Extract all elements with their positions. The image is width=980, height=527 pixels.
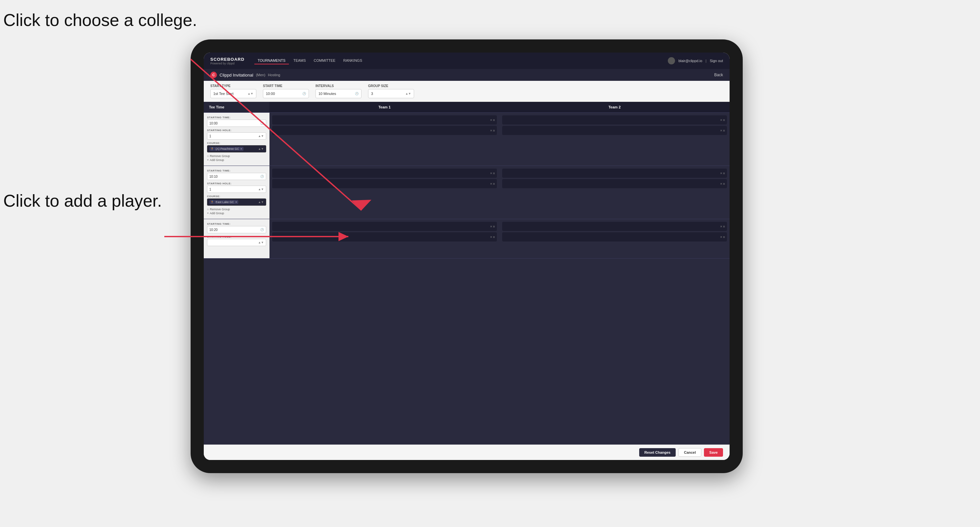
player-close-icon-2-1[interactable]: × ≡ — [490, 171, 495, 175]
annotation-text-1: Click to choose a college. — [3, 11, 197, 30]
player-close-icon-1-2[interactable]: × ≡ — [490, 129, 495, 132]
group-2-starting-time-field: STARTING TIME: 10:10 🕐 — [207, 169, 266, 180]
group-2-team1: × ≡ × ≡ — [269, 166, 500, 219]
remove-label-1: Remove Group — [210, 154, 230, 158]
player-row-1-3[interactable]: × ≡ — [502, 115, 727, 124]
footer: Reset Changes Cancel Save — [204, 444, 730, 460]
starting-hole-label-3: STARTING HOLE: — [207, 235, 266, 238]
player-close-icon-3-2[interactable]: × ≡ — [490, 235, 495, 239]
course-tag-remove-2[interactable]: × — [235, 200, 237, 204]
add-group-btn-1[interactable]: + Add Group — [207, 158, 266, 162]
starting-hole-input-1[interactable]: 1 ▲▼ — [207, 132, 266, 140]
remove-group-btn-2[interactable]: ○ Remove Group — [207, 208, 266, 211]
brand-sub: Powered by clippd — [210, 62, 245, 65]
intervals-select[interactable]: 10 Minutes 🕐 — [315, 89, 361, 98]
starting-time-input-2[interactable]: 10:10 🕐 — [207, 173, 266, 180]
annotation-choose-college: Click to choose a college. — [3, 10, 197, 30]
course-input-2[interactable]: 🏌 East Lake GC × ▲▼ — [207, 198, 266, 206]
starting-time-value-1: 10:00 — [209, 122, 218, 125]
player-row-2-1[interactable]: × ≡ — [272, 168, 497, 178]
starting-time-input-1[interactable]: 10:00 🕐 — [207, 120, 266, 127]
group-1-starting-time-field: STARTING TIME: 10:00 🕐 — [207, 116, 266, 127]
starting-time-value-2: 10:10 — [209, 175, 218, 178]
remove-icon-2: ○ — [207, 208, 209, 211]
starting-hole-value-1: 1 — [209, 134, 211, 138]
group-row-2: STARTING TIME: 10:10 🕐 STARTING HOLE: 1 … — [204, 166, 730, 219]
player-row-2-4[interactable]: × ≡ — [502, 179, 727, 188]
player-close-icon-1-4[interactable]: × ≡ — [721, 129, 725, 132]
remove-label-2: Remove Group — [210, 208, 230, 211]
add-label-1: Add Group — [210, 158, 224, 162]
cancel-button[interactable]: Cancel — [678, 448, 701, 457]
hole-arrow-icon-1: ▲▼ — [258, 134, 264, 138]
player-row-1-4[interactable]: × ≡ — [502, 126, 727, 135]
start-type-arrow-icon: ▲▼ — [247, 92, 253, 95]
player-row-3-1[interactable]: × ≡ — [272, 222, 497, 231]
save-button[interactable]: Save — [704, 448, 723, 457]
player-close-icon-1-1[interactable]: × ≡ — [490, 118, 495, 122]
add-icon-2: + — [207, 211, 209, 215]
player-close-icon-3-4[interactable]: × ≡ — [721, 235, 725, 239]
starting-hole-value-2: 1 — [209, 187, 211, 191]
player-row-2-3[interactable]: × ≡ — [502, 168, 727, 178]
intervals-label: Intervals — [315, 84, 361, 88]
player-close-icon-2-4[interactable]: × ≡ — [721, 182, 725, 186]
time-icon-1: 🕐 — [260, 122, 264, 125]
event-logo-icon: C — [210, 71, 217, 78]
starting-hole-input-3[interactable]: ▲▼ — [207, 239, 266, 246]
starting-hole-label-1: STARTING HOLE: — [207, 129, 266, 132]
group-3-starting-hole-field: STARTING HOLE: ▲▼ — [207, 235, 266, 246]
start-type-label: Start Type — [210, 84, 256, 88]
settings-bar: Start Type 1st Tee Start ▲▼ Start Time 1… — [204, 81, 730, 102]
start-time-value: 10:00 — [266, 92, 275, 95]
back-button[interactable]: Back — [714, 73, 723, 77]
add-label-2: Add Group — [210, 211, 224, 215]
main-content: Tee Time Team 1 Team 2 STARTING TIME: 10… — [204, 102, 730, 444]
nav-teams[interactable]: TEAMS — [290, 57, 309, 64]
player-row-3-3[interactable]: × ≡ — [502, 222, 727, 231]
group-row-1: STARTING TIME: 10:00 🕐 STARTING HOLE: 1 … — [204, 113, 730, 166]
group-2-actions: ○ Remove Group + Add Group — [207, 208, 266, 215]
group-row-3: STARTING TIME: 10:20 🕐 STARTING HOLE: ▲▼ — [204, 219, 730, 259]
remove-group-btn-1[interactable]: ○ Remove Group — [207, 154, 266, 158]
nav-rankings[interactable]: RANKINGS — [340, 57, 366, 64]
player-close-icon-2-2[interactable]: × ≡ — [490, 182, 495, 186]
course-tag-name-1: (A) Peachtree GC — [216, 147, 239, 151]
course-tag-icon-1: 🏌 — [211, 147, 214, 151]
player-close-icon-3-1[interactable]: × ≡ — [490, 225, 495, 229]
nav-links: TOURNAMENTS TEAMS COMMITTEE RANKINGS — [255, 57, 366, 64]
course-label-2: COURSE: — [207, 195, 266, 198]
player-row-1-2[interactable]: × ≡ — [272, 126, 497, 135]
top-nav: SCOREBOARD Powered by clippd TOURNAMENTS… — [204, 52, 730, 69]
player-row-3-4[interactable]: × ≡ — [502, 232, 727, 241]
course-tag-remove-1[interactable]: × — [240, 147, 242, 151]
add-group-btn-2[interactable]: + Add Group — [207, 211, 266, 215]
brand-title: SCOREBOARD — [210, 57, 245, 62]
tablet-frame: SCOREBOARD Powered by clippd TOURNAMENTS… — [191, 40, 743, 473]
event-title: C Clippd Invitational (Men) Hosting — [210, 71, 280, 78]
sign-out-link[interactable]: Sign out — [710, 59, 723, 63]
nav-tournaments[interactable]: TOURNAMENTS — [255, 57, 289, 64]
group-size-select[interactable]: 3 ▲▼ — [368, 89, 414, 98]
start-time-select[interactable]: 10:00 🕐 — [263, 89, 309, 98]
course-input-1[interactable]: 🏌 (A) Peachtree GC × ▲▼ — [207, 145, 266, 152]
intervals-clock-icon: 🕐 — [355, 92, 358, 95]
player-row-1-1[interactable]: × ≡ — [272, 115, 497, 124]
player-close-icon-1-3[interactable]: × ≡ — [721, 118, 725, 122]
group-1-team1: × ≡ × ≡ — [269, 113, 500, 166]
intervals-value: 10 Minutes — [318, 92, 336, 95]
group-3-team2: × ≡ × ≡ — [500, 219, 730, 258]
player-close-icon-2-3[interactable]: × ≡ — [721, 171, 725, 175]
group-1-left: STARTING TIME: 10:00 🕐 STARTING HOLE: 1 … — [204, 113, 269, 166]
player-close-icon-3-3[interactable]: × ≡ — [721, 225, 725, 229]
nav-committee[interactable]: COMMITTEE — [310, 57, 339, 64]
player-row-3-2[interactable]: × ≡ — [272, 232, 497, 241]
th-team2: Team 2 — [500, 102, 730, 113]
start-type-select[interactable]: 1st Tee Start ▲▼ — [210, 89, 256, 98]
starting-time-input-3[interactable]: 10:20 🕐 — [207, 226, 266, 233]
starting-hole-input-2[interactable]: 1 ▲▼ — [207, 186, 266, 193]
add-icon-1: + — [207, 158, 209, 162]
player-row-2-2[interactable]: × ≡ — [272, 179, 497, 188]
reset-changes-button[interactable]: Reset Changes — [639, 448, 676, 457]
start-time-clock-icon: 🕐 — [302, 92, 306, 95]
